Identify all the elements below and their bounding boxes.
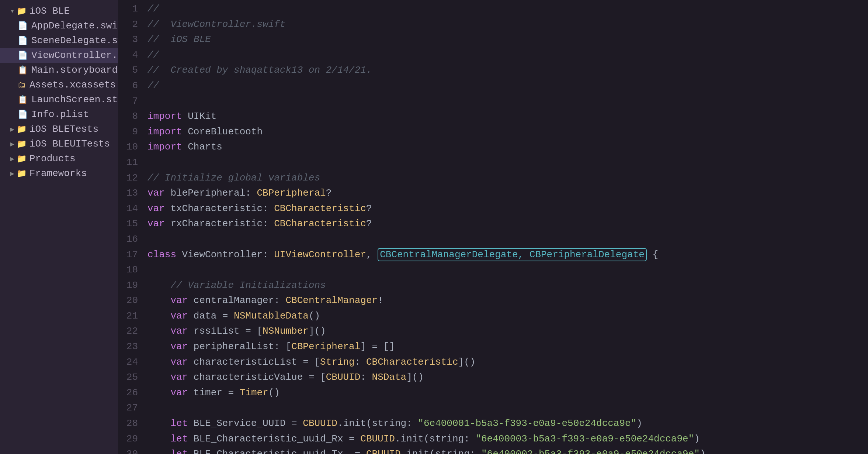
swift-file-icon-3: 📄: [18, 51, 28, 61]
sidebar-item-assets[interactable]: 🗂 Assets.xcassets: [0, 78, 118, 92]
sidebar-item-products-label: Products: [29, 153, 76, 164]
editor: 12345 678910 1112131415 1617181920 21222…: [118, 0, 868, 454]
sidebar-item-app-delegate[interactable]: 📄 AppDelegate.swift: [0, 18, 118, 33]
code-line-13: var blePeripheral: CBPeripheral?: [147, 186, 868, 201]
plist-icon: 📄: [18, 110, 28, 120]
sidebar-item-info-plist-label: Info.plist: [31, 109, 89, 120]
sidebar-item-frameworks[interactable]: ▶ 📁 Frameworks: [0, 166, 118, 181]
code-line-24: var characteristicList = [String: CBChar…: [147, 355, 868, 370]
code-line-25: var characteristicValue = [CBUUID: NSDat…: [147, 370, 868, 385]
code-line-16: [147, 232, 868, 247]
sidebar-item-frameworks-label: Frameworks: [29, 168, 87, 179]
code-line-9: import CoreBluetooth: [147, 124, 868, 140]
sidebar-item-info-plist[interactable]: 📄 Info.plist: [0, 107, 118, 122]
folder-open-icon: 📁: [17, 6, 27, 16]
code-area[interactable]: // // ViewController.swift // iOS BLE //…: [144, 0, 868, 454]
code-line-27: [147, 400, 868, 416]
swift-file-icon: 📄: [18, 21, 28, 31]
swift-file-icon-2: 📄: [18, 36, 28, 46]
sidebar-item-main-storyboard[interactable]: 📋 Main.storyboard: [0, 63, 118, 78]
code-line-23: var peripheralList: [CBPeripheral] = []: [147, 339, 868, 355]
code-line-7: [147, 94, 868, 109]
code-line-28: let BLE_Service_UUID = CBUUID.init(strin…: [147, 416, 868, 431]
chevron-right-icon-4: ▶: [10, 169, 14, 178]
editor-content: 12345 678910 1112131415 1617181920 21222…: [118, 0, 868, 454]
code-line-21: var data = NSMutableData(): [147, 309, 868, 324]
code-line-1: //: [147, 1, 868, 17]
code-line-26: var timer = Timer(): [147, 385, 868, 401]
code-line-18: [147, 262, 868, 278]
folder-icon: 📁: [17, 124, 27, 134]
code-line-17: class ViewController: UIViewController, …: [147, 247, 868, 263]
code-line-11: [147, 155, 868, 171]
sidebar-item-ios-ble-root[interactable]: ▾ 📁 iOS BLE: [0, 4, 118, 18]
folder-icon-4: 📁: [17, 169, 27, 179]
folder-icon-2: 📁: [17, 139, 27, 149]
code-line-6: //: [147, 78, 868, 94]
storyboard-icon-2: 📋: [18, 95, 28, 105]
sidebar-item-products[interactable]: ▶ 📁 Products: [0, 151, 118, 166]
chevron-down-icon: ▾: [10, 7, 14, 15]
sidebar-item-app-delegate-label: AppDelegate.swift: [31, 20, 118, 31]
sidebar-item-ios-ble-tests-label: iOS BLETests: [29, 124, 98, 135]
chevron-right-icon-3: ▶: [10, 155, 14, 163]
sidebar-item-launch-screen[interactable]: 📋 LaunchScreen.storybo...: [0, 92, 118, 107]
sidebar-item-main-storyboard-label: Main.storyboard: [31, 65, 118, 76]
code-line-12: // Initialize global variables: [147, 171, 868, 186]
sidebar-root-label: iOS BLE: [29, 6, 70, 17]
sidebar-item-ios-ble-tests[interactable]: ▶ 📁 iOS BLETests: [0, 122, 118, 137]
sidebar-item-launch-screen-label: LaunchScreen.storybo...: [31, 94, 118, 105]
code-line-29: let BLE_Characteristic_uuid_Rx = CBUUID.…: [147, 431, 868, 447]
storyboard-icon: 📋: [18, 65, 28, 75]
code-line-4: //: [147, 48, 868, 63]
code-line-3: // iOS BLE: [147, 32, 868, 48]
code-line-14: var txCharacteristic: CBCharacteristic?: [147, 201, 868, 217]
sidebar-item-ios-ble-ui-tests-label: iOS BLEUITests: [29, 138, 110, 149]
code-line-22: var rssiList = [NSNumber](): [147, 324, 868, 339]
chevron-right-icon: ▶: [10, 125, 14, 133]
sidebar-item-assets-label: Assets.xcassets: [29, 79, 116, 90]
code-line-8: import UIKit: [147, 109, 868, 124]
line-numbers: 12345 678910 1112131415 1617181920 21222…: [118, 0, 144, 454]
code-line-20: var centralManager: CBCentralManager!: [147, 293, 868, 309]
code-line-10: import Charts: [147, 140, 868, 155]
folder-icon-3: 📁: [17, 154, 27, 164]
code-line-5: // Created by shaqattack13 on 2/14/21.: [147, 63, 868, 78]
code-line-15: var rxCharacteristic: CBCharacteristic?: [147, 216, 868, 232]
code-line-19: // Variable Initializations: [147, 278, 868, 293]
sidebar-item-scene-delegate-label: SceneDelegate.swift: [31, 35, 118, 46]
xcassets-icon: 🗂: [18, 80, 26, 90]
sidebar-item-ios-ble-ui-tests[interactable]: ▶ 📁 iOS BLEUITests: [0, 137, 118, 151]
sidebar-item-scene-delegate[interactable]: 📄 SceneDelegate.swift: [0, 33, 118, 48]
sidebar: ▾ 📁 iOS BLE 📄 AppDelegate.swift 📄 SceneD…: [0, 0, 118, 454]
code-line-2: // ViewController.swift: [147, 17, 868, 32]
sidebar-item-view-controller[interactable]: 📄 ViewController.swift: [0, 48, 118, 63]
chevron-right-icon-2: ▶: [10, 140, 14, 148]
code-line-30: let BLE_Characteristic_uuid_Tx = CBUUID.…: [147, 447, 868, 454]
sidebar-item-view-controller-label: ViewController.swift: [31, 50, 118, 61]
